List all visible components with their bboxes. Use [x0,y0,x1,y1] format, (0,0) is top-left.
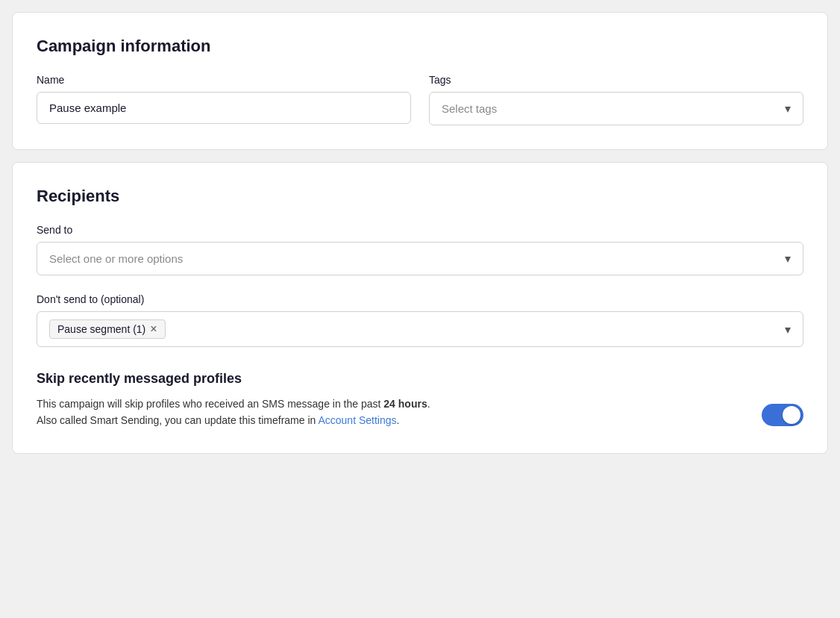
campaign-name-input[interactable] [37,92,411,124]
skip-description: This campaign will skip profiles who rec… [37,396,744,429]
pause-segment-label: Pause segment (1) [57,323,145,335]
skip-title: Skip recently messaged profiles [37,371,803,387]
name-label: Name [37,74,411,86]
campaign-form-row: Name Tags Select tags ▾ [37,74,803,125]
tags-select[interactable]: Select tags ▾ [429,92,803,125]
skip-section: Skip recently messaged profiles This cam… [37,371,803,429]
send-to-chevron-icon: ▾ [785,252,791,266]
pause-segment-close-icon[interactable]: × [150,323,157,335]
send-to-section: Send to Select one or more options ▾ [37,224,803,275]
dont-send-tags-container: Pause segment (1) × [49,319,166,339]
recipients-card: Recipients Send to Select one or more op… [12,162,828,454]
tags-chevron-icon: ▾ [785,102,791,116]
skip-desc-part1: This campaign will skip profiles who rec… [37,398,383,410]
skip-desc-highlight: 24 hours [383,398,427,410]
send-to-label: Send to [37,224,803,236]
campaign-info-title: Campaign information [37,37,803,56]
campaign-information-card: Campaign information Name Tags Select ta… [12,12,828,150]
account-settings-link[interactable]: Account Settings [318,414,396,426]
smart-sending-toggle[interactable] [762,404,803,426]
tags-label: Tags [429,74,803,86]
toggle-track[interactable] [762,404,803,426]
pause-segment-chip: Pause segment (1) × [49,319,166,339]
tags-field-group: Tags Select tags ▾ [429,74,803,125]
send-to-placeholder: Select one or more options [49,252,183,265]
dont-send-chevron-icon: ▾ [785,322,791,337]
name-field-group: Name [37,74,411,125]
skip-desc-line2-part2: . [397,414,400,426]
tags-placeholder: Select tags [442,102,497,115]
dont-send-label: Don't send to (optional) [37,293,803,305]
toggle-thumb [783,406,800,424]
skip-desc-part2: . [427,398,430,410]
dont-send-select[interactable]: Pause segment (1) × ▾ [37,311,803,347]
send-to-select[interactable]: Select one or more options ▾ [37,242,803,275]
recipients-title: Recipients [37,187,803,206]
skip-row: This campaign will skip profiles who rec… [37,396,803,429]
dont-send-section: Don't send to (optional) Pause segment (… [37,293,803,347]
skip-desc-line2-part1: Also called Smart Sending, you can updat… [37,414,318,426]
